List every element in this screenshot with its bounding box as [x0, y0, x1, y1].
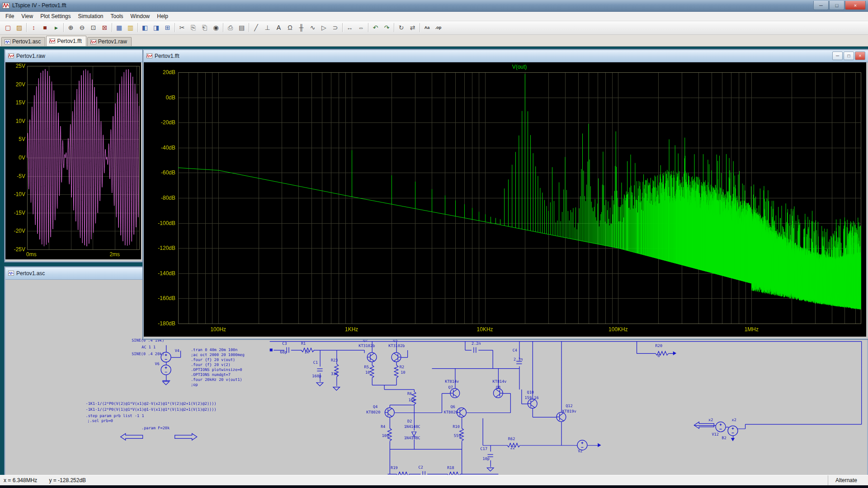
zoom-full-icon[interactable]: ⊠ — [99, 22, 110, 33]
app-icon — [2, 3, 9, 9]
schematic-icon — [8, 271, 14, 276]
toolbar-separator — [368, 23, 368, 32]
redo-glyph: ↷ — [384, 24, 390, 31]
toolbar-separator — [342, 23, 343, 32]
fft-window-titlebar[interactable]: Pertov1.fft ─ □ × — [144, 50, 868, 62]
zoom-out-icon[interactable]: ⊖ — [76, 22, 88, 33]
tab-label: Pertov1.asc — [12, 38, 41, 45]
menu-item-file[interactable]: File — [2, 12, 18, 20]
rotate-icon[interactable]: ↻ — [396, 22, 407, 33]
tile-vertical-glyph: ◧ — [142, 24, 148, 31]
find-glyph: ◉ — [213, 24, 218, 31]
toolbar-separator — [63, 23, 64, 32]
tab-pertov1-fft[interactable]: Pertov1.fft — [46, 36, 86, 46]
mirror-icon[interactable]: ⇄ — [407, 22, 418, 33]
mark-data-points-icon[interactable]: ▥ — [125, 22, 136, 33]
waveform-icon — [146, 53, 152, 58]
component-icon[interactable]: ⊃ — [330, 22, 341, 33]
zoom-in-glyph: ⊕ — [68, 24, 74, 31]
zoom-out-glyph: ⊖ — [80, 24, 85, 31]
copy-glyph: ⎘ — [191, 24, 196, 31]
menu-item-window[interactable]: Window — [127, 12, 154, 20]
fft-minimize-button[interactable]: ─ — [832, 52, 843, 60]
run-icon[interactable]: ▸ — [51, 22, 62, 33]
toolbar-separator — [137, 23, 138, 32]
cascade-glyph: ⊞ — [165, 24, 170, 31]
status-mode: Alternate — [828, 475, 864, 485]
raw-window-titlebar[interactable]: Pertov1.raw — [5, 50, 143, 62]
find-icon[interactable]: ◉ — [210, 22, 222, 33]
cursor-x-readout: x = 6.348MHz — [4, 477, 37, 483]
drag-icon[interactable]: ⇔ — [355, 22, 367, 33]
mark-data-points-glyph: ▥ — [127, 24, 133, 31]
spice-directive-icon[interactable]: .op — [433, 22, 444, 33]
minimize-button[interactable]: ─ — [813, 1, 829, 10]
grid-glyph: ▦ — [116, 24, 122, 31]
paste-icon[interactable]: ⎗ — [199, 22, 210, 33]
print-icon[interactable]: ⎙ — [225, 22, 236, 33]
move-icon[interactable]: ↔ — [344, 22, 355, 33]
new-schematic-icon[interactable]: ▢ — [2, 22, 14, 33]
undo-icon[interactable]: ↶ — [370, 22, 381, 33]
menu-item-help[interactable]: Help — [153, 12, 172, 20]
menu-item-tools[interactable]: Tools — [107, 12, 127, 20]
net-label-glyph: A — [277, 24, 281, 31]
open-glyph: ▨ — [16, 24, 22, 31]
schematic-tab-icon — [5, 39, 10, 44]
tile-horizontal-icon[interactable]: ◨ — [151, 22, 162, 33]
tab-pertov1-raw[interactable]: Pertov1.raw — [87, 37, 132, 46]
net-label-icon[interactable]: A — [273, 22, 284, 33]
zoom-in-icon[interactable]: ⊕ — [65, 22, 76, 33]
zoom-area-icon[interactable]: ⊡ — [88, 22, 99, 33]
maximize-button[interactable]: □ — [829, 1, 844, 10]
resistor-glyph: Ω — [288, 24, 292, 31]
menu-item-simulation[interactable]: Simulation — [75, 12, 107, 20]
ltspice-app: LTspice IV - Pertov1.fft ─ □ × File View… — [0, 0, 868, 488]
bottom-strip — [0, 485, 868, 488]
inductor-glyph: ∿ — [310, 24, 316, 31]
halt-icon[interactable]: ■ — [39, 22, 51, 33]
close-button[interactable]: × — [845, 1, 866, 10]
cut-icon[interactable]: ✂ — [176, 22, 188, 33]
toolbar-separator — [249, 23, 249, 32]
diode-glyph: ▷ — [321, 24, 326, 31]
text-icon[interactable]: Aa — [421, 22, 433, 33]
titlebar[interactable]: LTspice IV - Pertov1.fft ─ □ × — [0, 0, 868, 12]
copy-icon[interactable]: ⎘ — [188, 22, 199, 33]
fft-maximize-button[interactable]: □ — [844, 52, 854, 60]
tab-pertov1-asc[interactable]: Pertov1.asc — [1, 37, 45, 46]
grid-icon[interactable]: ▦ — [113, 22, 125, 33]
wire-icon[interactable]: ╱ — [250, 22, 262, 33]
component-glyph: ⊃ — [333, 24, 338, 31]
redo-icon[interactable]: ↷ — [381, 22, 392, 33]
spice-directive-glyph: .op — [435, 26, 442, 30]
ground-icon[interactable]: ⊥ — [262, 22, 273, 33]
rotate-glyph: ↻ — [399, 24, 404, 31]
zoom-full-glyph: ⊠ — [102, 24, 108, 31]
toolbar-separator — [223, 23, 223, 32]
capacitor-glyph: ╫ — [299, 24, 304, 31]
capacitor-icon[interactable]: ╫ — [296, 22, 307, 33]
tile-vertical-icon[interactable]: ◧ — [139, 22, 151, 33]
inductor-icon[interactable]: ∿ — [307, 22, 318, 33]
tab-label: Pertov1.fft — [57, 38, 81, 44]
waveform-canvas[interactable] — [5, 62, 141, 259]
autorange-glyph: ↕ — [32, 24, 35, 31]
toolbar-separator — [26, 23, 27, 32]
diode-icon[interactable]: ▷ — [318, 22, 330, 33]
mdi-area: Pertov1.asc Pertov1.raw Pertov1.fft ─ — [0, 47, 868, 475]
menu-item-plot-settings[interactable]: Plot Settings — [37, 12, 74, 20]
cascade-icon[interactable]: ⊞ — [162, 22, 173, 33]
autorange-icon[interactable]: ↕ — [28, 22, 39, 33]
paste-glyph: ⎗ — [202, 24, 207, 31]
zoom-area-glyph: ⊡ — [91, 24, 96, 31]
open-icon[interactable]: ▨ — [14, 22, 25, 33]
fft-canvas[interactable] — [144, 62, 866, 337]
move-glyph: ↔ — [347, 24, 353, 31]
fft-close-button[interactable]: × — [855, 52, 865, 60]
menu-item-view[interactable]: View — [18, 12, 37, 20]
print-preview-icon[interactable]: ▤ — [236, 22, 247, 33]
resistor-icon[interactable]: Ω — [284, 22, 296, 33]
mirror-glyph: ⇄ — [410, 24, 415, 31]
toolbar-separator — [175, 23, 175, 32]
